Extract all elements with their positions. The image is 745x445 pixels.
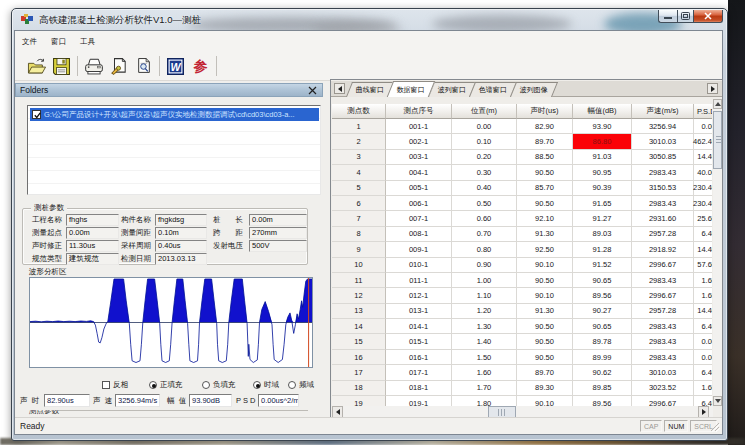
scroll-down-button[interactable] bbox=[713, 396, 722, 406]
negative-fill-label: 负填充 bbox=[213, 380, 236, 390]
column-header[interactable]: 幅值(dB) bbox=[573, 104, 632, 119]
table-row[interactable]: 18018-11.7089.3089.853023.521.60 bbox=[332, 381, 712, 396]
invert-checkbox[interactable]: 反相 bbox=[102, 380, 128, 390]
maximize-button[interactable] bbox=[677, 10, 694, 23]
pane-close-icon[interactable] bbox=[308, 86, 317, 95]
table-row[interactable]: 10010-10.9090.1091.522996.6757.60 bbox=[332, 258, 712, 273]
table-row[interactable]: 2002-10.1089.7086.803010.03462.40 bbox=[332, 134, 712, 149]
data-cell: 0.00 bbox=[452, 119, 517, 134]
table-row[interactable]: 6006-10.5090.5091.652983.43230.40 bbox=[332, 196, 712, 211]
data-cell: 1.60 bbox=[452, 365, 517, 380]
word-report-button[interactable]: W bbox=[163, 54, 188, 78]
table-row[interactable]: 9009-10.8092.5091.282918.9214.40 bbox=[332, 242, 712, 257]
param-field[interactable]: 11.30us bbox=[66, 240, 119, 252]
table-row[interactable]: 8008-10.7091.3089.032957.286.40 bbox=[332, 227, 712, 242]
tab-波列图像[interactable]: 波列图像 bbox=[510, 82, 558, 97]
tabstrip: 曲线窗口数据窗口波列窗口色谱窗口波列图像 bbox=[331, 81, 722, 97]
data-cell: 012-1 bbox=[386, 288, 452, 303]
minimize-button[interactable] bbox=[658, 10, 677, 23]
tab-scroll-right-button[interactable] bbox=[707, 83, 718, 94]
data-cell: 89.56 bbox=[573, 288, 632, 303]
preview-button[interactable] bbox=[131, 54, 156, 78]
param-field[interactable]: 270mm bbox=[249, 227, 307, 239]
table-row[interactable]: 7007-10.6092.1091.272931.6025.60 bbox=[332, 211, 712, 226]
param-field[interactable]: 建筑规范 bbox=[66, 253, 119, 265]
table-row[interactable]: 14014-11.3090.5090.652983.436.40 bbox=[332, 319, 712, 334]
row-number-cell: 13 bbox=[332, 304, 386, 319]
radio-time-domain[interactable]: 时域 bbox=[253, 380, 279, 390]
tab-scroll-left-button[interactable] bbox=[334, 83, 345, 94]
table-row[interactable]: 1001-10.0082.9093.903256.940.00 bbox=[332, 119, 712, 134]
param-field[interactable]: fhgkdsg bbox=[155, 214, 207, 226]
column-header[interactable]: 位置(m) bbox=[452, 104, 517, 119]
pile-params-group: 测桩参数 工程名称fhghs构件名称fhgkdsg桩 长0.00m测量起点0.0… bbox=[22, 208, 308, 265]
psd-field[interactable]: 0.00us^2/m bbox=[258, 394, 299, 407]
menu-item[interactable]: 工具 bbox=[73, 34, 102, 49]
table-row[interactable]: 15015-11.4090.5089.782983.430.00 bbox=[332, 334, 712, 349]
table-row[interactable]: 17017-11.6089.7090.623010.036.40 bbox=[332, 365, 712, 380]
minimize-icon bbox=[664, 13, 672, 20]
table-row[interactable]: 19019-11.8090.1089.562996.676.40 bbox=[332, 396, 712, 406]
export-button[interactable] bbox=[106, 54, 131, 78]
param-field[interactable]: fhghs bbox=[66, 214, 119, 226]
sound-time-field[interactable]: 82.90us bbox=[44, 394, 90, 407]
resize-grip[interactable] bbox=[709, 421, 721, 433]
param-field[interactable]: 500V bbox=[249, 240, 307, 252]
print-button[interactable] bbox=[81, 54, 106, 78]
scroll-up-button[interactable] bbox=[713, 99, 722, 109]
folder-item[interactable]: G:\公司产品设计+开发\超声仪器\超声仪实地检测数据调试\cd\cd03\cd… bbox=[30, 108, 319, 121]
vertical-scroll-thumb[interactable] bbox=[713, 111, 722, 169]
tab-数据窗口[interactable]: 数据窗口 bbox=[387, 81, 435, 97]
table-row[interactable]: 5005-10.4085.7090.393150.53230.40 bbox=[332, 181, 712, 196]
caption-buttons bbox=[658, 10, 723, 23]
data-cell: 1.60 bbox=[694, 273, 712, 288]
radio-positive-fill[interactable]: 正填充 bbox=[149, 380, 183, 390]
parameters-icon: 参 bbox=[194, 60, 208, 73]
row-number-cell: 10 bbox=[332, 258, 386, 273]
data-cell: 90.62 bbox=[573, 365, 632, 380]
print-preview-icon bbox=[136, 58, 152, 74]
column-header[interactable]: P.S.D(us^2/m) bbox=[694, 104, 712, 119]
param-field[interactable]: 0.00m bbox=[66, 227, 119, 239]
amplitude-field[interactable]: 93.90dB bbox=[189, 394, 232, 407]
table-row[interactable]: 12012-11.1090.1089.562996.671.60 bbox=[332, 288, 712, 303]
save-button[interactable] bbox=[49, 54, 74, 78]
waveform-chart[interactable] bbox=[29, 277, 313, 368]
param-field[interactable]: 0.00m bbox=[249, 214, 307, 226]
data-cell: 015-1 bbox=[386, 334, 452, 349]
left-arrow-icon bbox=[336, 409, 340, 415]
folder-item-checkbox[interactable] bbox=[32, 110, 41, 119]
radio-negative-fill[interactable]: 负填充 bbox=[202, 380, 236, 390]
data-cell: 25.60 bbox=[694, 211, 712, 226]
param-field[interactable]: 0.40us bbox=[155, 240, 207, 252]
close-button[interactable] bbox=[694, 10, 723, 23]
menu-item[interactable]: 文件 bbox=[15, 34, 44, 49]
data-cell: 1.40 bbox=[452, 334, 517, 349]
param-field[interactable]: 0.10m bbox=[155, 227, 207, 239]
table-row[interactable]: 3003-10.2088.5091.033050.8514.40 bbox=[332, 150, 712, 165]
column-header[interactable]: 声速(m/s) bbox=[632, 104, 694, 119]
table-row[interactable]: 16016-11.5090.5089.992983.430.00 bbox=[332, 350, 712, 365]
radio-frequency-domain[interactable]: 频域 bbox=[288, 380, 314, 390]
frequency-domain-label: 频域 bbox=[299, 380, 314, 390]
folder-item-path: G:\公司产品设计+开发\超声仪器\超声仪实地检测数据调试\cd\cd03\cd… bbox=[44, 110, 295, 120]
table-row[interactable]: 13013-11.2091.3090.272957.2814.40 bbox=[332, 304, 712, 319]
column-header[interactable]: 声时(us) bbox=[517, 104, 573, 119]
table-row[interactable]: 4004-10.3090.5090.952983.4340.00 bbox=[332, 165, 712, 180]
parameters-button[interactable]: 参 bbox=[188, 54, 213, 78]
vertical-scrollbar[interactable] bbox=[713, 99, 722, 406]
param-field[interactable]: 2013.03.13 bbox=[155, 253, 207, 265]
param-label: 测量起点 bbox=[32, 227, 62, 239]
open-button[interactable] bbox=[24, 54, 49, 78]
menu-item[interactable]: 窗口 bbox=[44, 34, 73, 49]
column-header[interactable]: 测点序号 bbox=[386, 104, 452, 119]
sound-speed-field[interactable]: 3256.94m/s bbox=[115, 394, 160, 407]
table-row[interactable]: 11011-11.0090.5090.652983.431.60 bbox=[332, 273, 712, 288]
titlebar[interactable]: 高铁建混凝土检测分析软件V1.0—测桩 bbox=[12, 9, 727, 31]
data-cell: 90.10 bbox=[517, 288, 573, 303]
keyboard-indicators: CAPNUMSCRL bbox=[640, 420, 717, 432]
data-cell: 2983.43 bbox=[632, 273, 694, 288]
folder-list[interactable]: G:\公司产品设计+开发\超声仪器\超声仪实地检测数据调试\cd\cd03\cd… bbox=[27, 105, 321, 195]
data-cell: 90.27 bbox=[573, 304, 632, 319]
column-header[interactable]: 测点数 bbox=[332, 104, 386, 119]
